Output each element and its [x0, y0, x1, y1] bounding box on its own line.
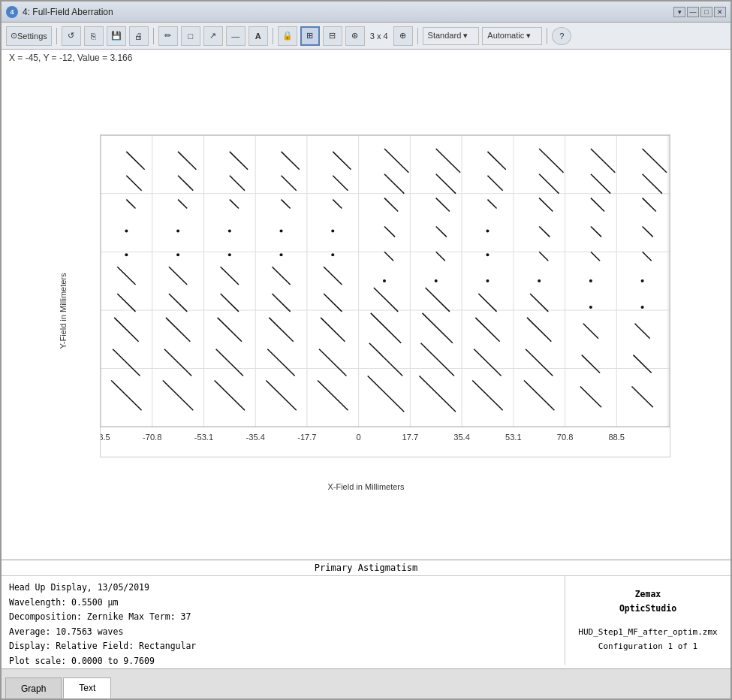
zemax-logo: Zemax OpticStudio [619, 587, 676, 617]
tab-graph[interactable]: Graph [5, 677, 62, 698]
svg-point-79 [434, 279, 437, 282]
save-button[interactable]: 💾 [107, 26, 126, 46]
svg-line-73 [117, 267, 135, 285]
svg-line-38 [590, 174, 610, 194]
info-line-1: Head Up Display, 13/05/2019 [9, 581, 557, 596]
svg-line-95 [114, 318, 138, 342]
svg-line-98 [269, 318, 293, 342]
svg-line-57 [435, 226, 446, 237]
svg-line-24 [435, 149, 459, 173]
svg-line-107 [164, 349, 191, 376]
svg-line-121 [318, 380, 348, 410]
svg-point-82 [589, 279, 592, 282]
arrow-button[interactable]: ↗ [203, 26, 223, 46]
svg-line-85 [168, 294, 186, 312]
svg-point-93 [589, 306, 592, 309]
info-body: Head Up Display, 13/05/2019 Wavelength: … [2, 576, 730, 665]
svg-line-27 [590, 149, 614, 173]
svg-line-71 [590, 252, 599, 261]
info-panel: Primary Astigmatism Head Up Display, 13/… [2, 560, 730, 668]
settings-button[interactable]: ⊙ Settings [6, 26, 52, 46]
text-button[interactable]: A [249, 26, 268, 46]
main-window: 4 4: Full-Field Aberration ▾ — □ ✕ ⊙ Set… [0, 0, 732, 700]
svg-line-91 [478, 294, 496, 312]
print-button[interactable]: 🖨 [129, 26, 149, 46]
info-button[interactable]: ⊕ [393, 26, 413, 46]
info-left: Head Up Display, 13/05/2019 Wavelength: … [2, 576, 565, 665]
svg-line-101 [422, 313, 452, 343]
svg-line-30 [178, 176, 193, 191]
svg-line-113 [474, 349, 501, 376]
info-right: Zemax OpticStudio HUD_Step1_MF_after_opt… [565, 576, 730, 665]
refresh-button[interactable]: ↺ [62, 26, 81, 46]
svg-line-102 [475, 318, 499, 342]
svg-line-28 [642, 149, 666, 173]
svg-line-117 [111, 380, 141, 410]
close-button[interactable]: ✕ [714, 7, 726, 17]
svg-text:-17.7: -17.7 [297, 433, 316, 442]
x-axis-label: X-Field in Millimeters [327, 482, 404, 491]
svg-line-103 [526, 318, 550, 342]
copy-button[interactable]: ⎘ [84, 26, 104, 46]
tab-text[interactable]: Text [63, 677, 111, 698]
svg-text:-53.1: -53.1 [194, 433, 212, 442]
svg-point-80 [486, 279, 489, 282]
svg-text:35.4: 35.4 [453, 433, 470, 442]
svg-point-78 [382, 279, 385, 282]
copy2-button[interactable]: ⊟ [323, 26, 342, 46]
svg-line-67 [384, 252, 393, 261]
svg-text:0: 0 [356, 433, 360, 442]
svg-line-90 [425, 288, 449, 312]
svg-line-105 [634, 324, 649, 339]
svg-line-97 [217, 318, 241, 342]
svg-text:70.8: 70.8 [556, 433, 573, 442]
main-content: X = -45, Y = -12, Value = 3.166 Y-Field … [2, 50, 730, 668]
svg-line-47 [487, 200, 496, 209]
svg-point-94 [640, 306, 643, 309]
lock-button[interactable]: 🔒 [278, 26, 297, 46]
layers-button[interactable]: ⊛ [345, 26, 365, 46]
svg-line-56 [384, 226, 394, 237]
automatic-dropdown[interactable]: Automatic ▾ [482, 27, 542, 45]
line-button[interactable]: — [226, 26, 246, 46]
svg-line-116 [633, 355, 651, 373]
svg-line-43 [281, 200, 290, 209]
svg-point-81 [538, 279, 541, 282]
separator-4 [417, 28, 418, 44]
svg-line-124 [472, 380, 502, 410]
grid-view-button[interactable]: ⊞ [300, 26, 320, 46]
pencil-button[interactable]: ✏ [158, 26, 178, 46]
svg-line-45 [384, 198, 397, 212]
info-line-3: Decomposition: Zernike Max Term: 37 [9, 610, 557, 625]
coord-display: X = -45, Y = -12, Value = 3.166 [2, 50, 730, 66]
svg-line-75 [220, 267, 238, 285]
minimize-button[interactable]: — [687, 7, 699, 17]
svg-line-33 [333, 176, 348, 191]
svg-point-55 [331, 229, 334, 232]
svg-line-36 [487, 176, 502, 191]
info-line-4: Average: 10.7563 waves [9, 625, 557, 640]
svg-line-112 [420, 343, 453, 376]
svg-line-100 [370, 313, 400, 343]
svg-point-53 [227, 229, 230, 232]
svg-line-21 [281, 152, 299, 170]
maximize-button[interactable]: □ [700, 7, 712, 17]
svg-line-122 [367, 376, 404, 412]
svg-line-68 [435, 252, 444, 261]
svg-line-111 [369, 343, 402, 376]
svg-line-77 [324, 267, 342, 285]
svg-line-35 [435, 174, 455, 194]
standard-dropdown[interactable]: Standard ▾ [423, 27, 480, 45]
svg-line-37 [539, 174, 559, 194]
svg-line-125 [523, 380, 553, 410]
svg-line-92 [530, 294, 548, 312]
chevron-down-icon: ⊙ [11, 31, 17, 41]
svg-line-48 [539, 198, 553, 212]
menu-button[interactable]: ▾ [673, 7, 685, 17]
info-line-6: Plot scale: 0.0000 to 9.7609 [9, 654, 557, 668]
svg-line-34 [384, 174, 403, 194]
rectangle-button[interactable]: □ [181, 26, 200, 46]
help-button[interactable]: ? [552, 27, 571, 45]
svg-line-22 [333, 152, 351, 170]
svg-line-23 [384, 149, 408, 173]
